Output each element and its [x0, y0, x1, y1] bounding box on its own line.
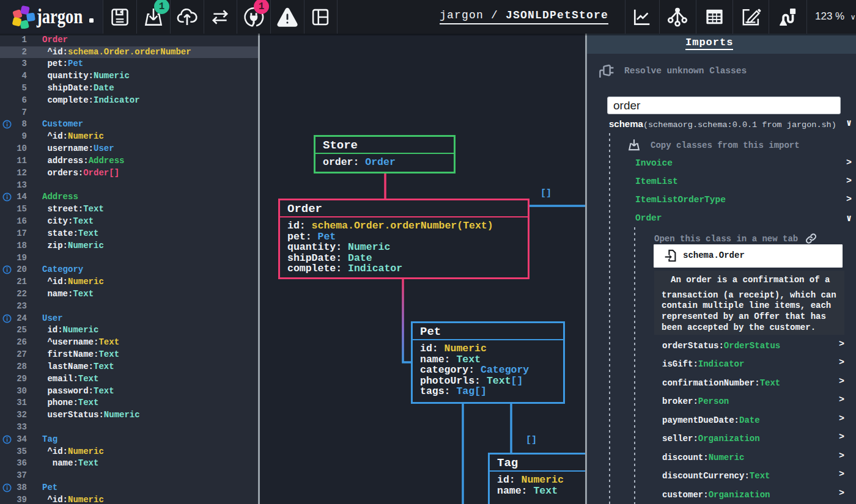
svg-text:[]: []: [541, 188, 552, 199]
svg-text:[]: []: [526, 435, 537, 445]
